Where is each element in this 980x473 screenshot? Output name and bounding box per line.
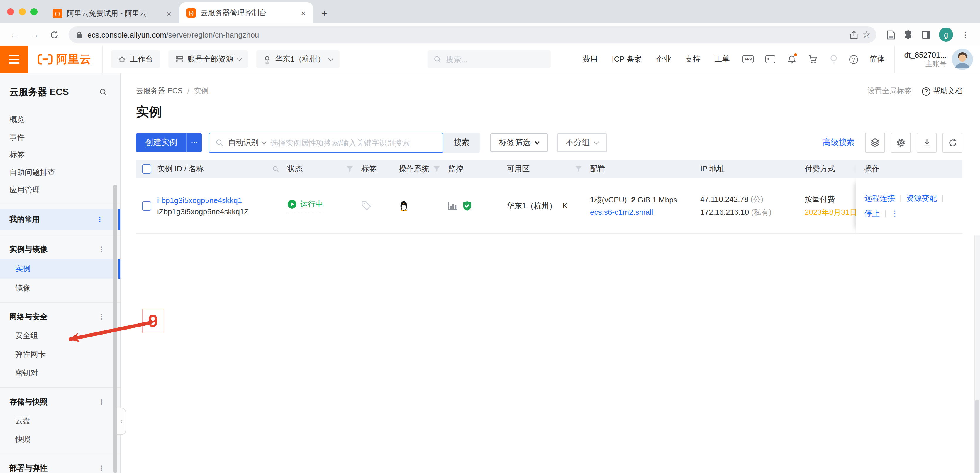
create-instance-button[interactable]: 创建实例 [136,133,186,152]
address-bar[interactable]: ecs.console.aliyun.com/server/region/cn-… [68,26,876,43]
console-search-input[interactable] [446,55,534,64]
sidebar-item-snapshots[interactable]: 快照 [0,430,120,449]
search-button[interactable]: 搜索 [443,133,480,153]
new-tab-button[interactable]: + [313,8,336,24]
language-selector[interactable]: 简体 [869,54,885,65]
grouping-selector[interactable]: 不分组 [557,133,607,152]
create-instance-more-button[interactable]: ⋯ [186,133,202,152]
help-icon[interactable]: ? [849,55,858,64]
sidebar-search-icon[interactable] [99,88,107,96]
export-download-button[interactable] [917,133,937,153]
extensions-icon[interactable] [904,30,913,39]
instance-search-box[interactable]: 自动识别 [209,133,443,153]
refresh-button[interactable] [942,133,963,153]
nav-link-support[interactable]: 支持 [685,54,700,65]
sidebar-item-apps[interactable]: 应用管理 [0,182,120,199]
select-all-checkbox[interactable] [142,164,151,174]
kebab-menu-icon[interactable]: ⋮ [98,245,105,253]
breadcrumb-root[interactable]: 云服务器 ECS [136,86,182,96]
auto-detect-dropdown[interactable]: 自动识别 [228,137,266,148]
nav-link-icp[interactable]: ICP 备案 [612,54,642,65]
tag-icon[interactable] [361,201,371,211]
nav-link-billing[interactable]: 费用 [583,54,598,65]
resource-scope-selector[interactable]: 账号全部资源 [168,51,248,68]
sidebar-group-favorites[interactable]: 我的常用 ⋮ [0,209,120,230]
close-tab-icon[interactable]: × [165,9,173,18]
stop-instance-link[interactable]: 停止 [864,208,880,218]
instance-search-input[interactable] [270,138,437,147]
instance-type-link[interactable]: ecs.s6-c1m2.small [590,208,678,217]
advanced-search-link[interactable]: 高级搜索 [823,137,854,148]
more-actions-icon[interactable]: ⋮ [891,209,899,218]
cart-icon[interactable] [808,54,818,64]
region-label: 华东1（杭州） [275,54,325,65]
sidebar-item-overview[interactable]: 概览 [0,111,120,129]
share-icon[interactable] [850,30,858,39]
close-tab-icon[interactable]: × [299,8,307,17]
settings-gear-button[interactable] [891,133,911,153]
nav-link-enterprise[interactable]: 企业 [656,54,671,65]
filter-funnel-icon[interactable] [347,166,353,172]
sidebar-item-tags[interactable]: 标签 [0,146,120,164]
notifications-bell-icon[interactable] [787,54,796,64]
filter-funnel-icon[interactable] [433,166,440,172]
aliyun-logo[interactable]: 阿里云 [28,52,102,67]
hamburger-menu-button[interactable] [0,46,28,73]
back-button[interactable]: ← [6,29,24,40]
remote-connect-link[interactable]: 远程连接 [864,193,895,203]
resize-resources-link[interactable]: 资源变配 [907,193,937,203]
side-panel-icon[interactable] [921,30,931,39]
maximize-window-button[interactable] [30,8,38,15]
page-scrollbar-thumb[interactable] [975,400,979,473]
sidebar-item-troubleshoot[interactable]: 自助问题排查 [0,164,120,182]
nav-link-ticket[interactable]: 工单 [714,54,730,65]
reading-list-icon[interactable] [887,30,896,40]
account-menu[interactable]: dt_852701... 主账号 [894,46,980,73]
reload-button[interactable] [46,30,63,39]
sidebar-item-instances[interactable]: 实例 [0,259,120,279]
tag-filter-button[interactable]: 标签筛选 [490,133,548,152]
instance-id-link[interactable]: i-bp1g3i5xogp5ne4skkq1 [157,196,249,204]
column-search-icon[interactable] [272,166,279,172]
sidebar-collapse-handle[interactable]: ‹ [117,408,126,435]
sidebar-group-deploy-elasticity[interactable]: 部署与弹性 ⋮ [0,459,120,473]
security-shield-icon[interactable] [462,201,472,211]
workbench-button[interactable]: 工作台 [111,51,160,68]
browser-profile-avatar[interactable]: g [939,27,953,41]
sidebar-item-keypairs[interactable]: 密钥对 [0,364,120,383]
tab-aliyun-trial[interactable]: (-) 阿里云免费试用 - 阿里云 × [46,3,180,24]
sidebar-group-storage-snapshots[interactable]: 存储与快照 ⋮ [0,393,120,411]
cloudshell-icon[interactable]: >_ [765,55,775,64]
browser-menu-icon[interactable]: ⋮ [961,30,969,39]
top-nav-icons: APP >_ ? [743,54,858,64]
chevron-down-icon [535,139,540,144]
minimize-window-button[interactable] [19,8,26,15]
row-checkbox[interactable] [142,201,151,210]
macos-window-controls[interactable] [0,0,46,24]
kebab-menu-icon[interactable]: ⋮ [98,398,105,406]
region-selector[interactable]: 华东1（杭州） [256,51,340,68]
sidebar-item-events[interactable]: 事件 [0,129,120,146]
close-window-button[interactable] [7,8,14,15]
lightbulb-icon[interactable] [830,54,837,64]
monitor-chart-icon[interactable] [448,201,458,210]
page-scrollbar[interactable] [974,235,980,473]
sidebar-item-disks[interactable]: 云盘 [0,411,120,430]
divider: | [900,194,902,202]
col-id-name: 实例 ID / 名称 [157,164,204,174]
filter-funnel-icon[interactable] [575,166,582,172]
config-spec: 1核(vCPU) 2 GiB 1 Mbps [590,195,678,205]
sidebar-group-instances-images[interactable]: 实例与镜像 ⋮ [0,240,120,259]
help-doc-link[interactable]: ? 帮助文档 [922,86,963,96]
layers-button[interactable] [865,133,885,153]
forward-button[interactable]: → [26,29,43,40]
console-search[interactable] [428,51,551,68]
user-avatar[interactable] [952,49,973,70]
mobile-app-icon[interactable]: APP [743,55,754,64]
kebab-menu-icon[interactable]: ⋮ [98,464,105,472]
bookmark-star-icon[interactable]: ☆ [862,29,870,40]
tab-ecs-console[interactable]: (-) 云服务器管理控制台 × [180,2,313,24]
set-global-tag-link[interactable]: 设置全局标签 [867,86,912,96]
kebab-menu-icon[interactable]: ⋮ [96,215,103,224]
sidebar-item-images[interactable]: 镜像 [0,279,120,298]
